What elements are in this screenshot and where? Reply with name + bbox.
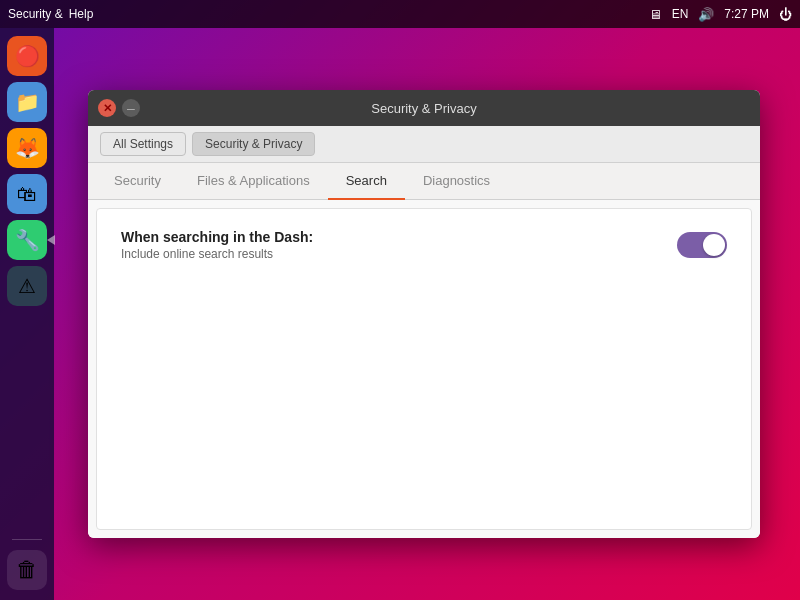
setting-text: When searching in the Dash: Include onli… [121,229,313,261]
window-content: Security Files & Applications Search Dia… [88,163,760,538]
topbar: Security & Help 🖥 EN 🔊 7:27 PM ⏻ [0,0,800,28]
breadcrumb-all-settings[interactable]: All Settings [100,132,186,156]
window-title: Security & Privacy [371,101,476,116]
store-icon[interactable]: 🛍 [7,174,47,214]
search-setting-row: When searching in the Dash: Include onli… [121,229,727,261]
active-indicator [47,235,55,245]
files-icon[interactable]: 📁 [7,82,47,122]
dock: 🔴 📁 🦊 🛍 🔧 ⚠ 🗑 [0,28,54,600]
titlebar: ✕ – Security & Privacy [88,90,760,126]
clock: 7:27 PM [724,7,769,21]
dock-divider [12,539,42,540]
topbar-left: Security & Help [8,7,93,21]
search-tab-content: When searching in the Dash: Include onli… [96,208,752,530]
tab-search[interactable]: Search [328,163,405,200]
terminal-icon[interactable]: ⚠ [7,266,47,306]
trash-icon[interactable]: 🗑 [7,550,47,590]
monitor-icon: 🖥 [649,7,662,22]
app-menu[interactable]: Security & [8,7,63,21]
breadcrumb-security-privacy[interactable]: Security & Privacy [192,132,315,156]
minimize-button[interactable]: – [122,99,140,117]
firefox-icon[interactable]: 🦊 [7,128,47,168]
tab-security[interactable]: Security [96,163,179,200]
help-menu[interactable]: Help [69,7,94,21]
tab-diagnostics[interactable]: Diagnostics [405,163,508,200]
lang-indicator: EN [672,7,689,21]
toggle-thumb [703,234,725,256]
toggle-online-search[interactable] [677,232,727,258]
tab-files-applications[interactable]: Files & Applications [179,163,328,200]
tab-bar: Security Files & Applications Search Dia… [88,163,760,200]
setting-title: When searching in the Dash: [121,229,313,245]
close-button[interactable]: ✕ [98,99,116,117]
breadcrumb-bar: All Settings Security & Privacy [88,126,760,163]
settings-icon[interactable]: 🔧 [7,220,47,260]
window: ✕ – Security & Privacy All Settings Secu… [88,90,760,538]
volume-icon: 🔊 [698,7,714,22]
toggle-track[interactable] [677,232,727,258]
setting-desc: Include online search results [121,247,313,261]
topbar-right: 🖥 EN 🔊 7:27 PM ⏻ [649,7,792,22]
power-icon[interactable]: ⏻ [779,7,792,22]
ubuntu-icon[interactable]: 🔴 [7,36,47,76]
